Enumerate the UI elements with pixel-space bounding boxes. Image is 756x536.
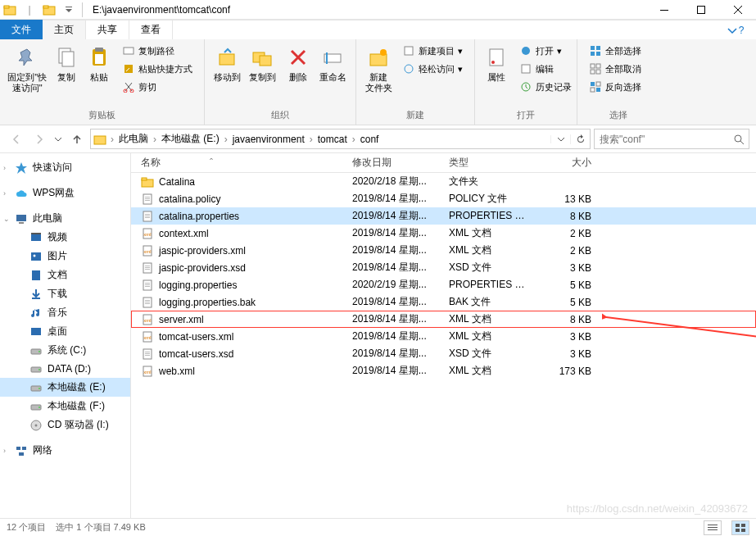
breadcrumb-item[interactable]: 此电脑 bbox=[115, 132, 152, 146]
delete-button[interactable]: 删除 bbox=[280, 43, 315, 84]
search-icon[interactable] bbox=[729, 134, 749, 145]
tab-share[interactable]: 共享 bbox=[86, 20, 129, 39]
breadcrumb-item[interactable]: 本地磁盘 (E:) bbox=[158, 132, 223, 146]
file-row[interactable]: jaspic-providers.xsd2019/8/14 星期...XSD 文… bbox=[131, 259, 756, 276]
tab-home[interactable]: 主页 bbox=[43, 20, 86, 39]
close-button[interactable] bbox=[719, 0, 756, 20]
nav-item[interactable]: 下载 bbox=[0, 284, 130, 303]
chevron-right-icon[interactable]: › bbox=[351, 134, 357, 145]
chevron-right-icon[interactable]: › bbox=[109, 134, 115, 145]
nav-item-label: 本地磁盘 (E:) bbox=[48, 380, 106, 394]
cut-icon bbox=[122, 80, 135, 93]
expand-icon[interactable]: ⌄ bbox=[3, 215, 10, 223]
column-size[interactable]: 大小 bbox=[536, 156, 598, 170]
refresh-button[interactable] bbox=[570, 134, 590, 144]
nav-item[interactable]: 视频 bbox=[0, 228, 130, 247]
minimize-button[interactable] bbox=[645, 0, 682, 20]
nav-item-label: 图片 bbox=[48, 249, 67, 263]
nav-item[interactable]: ›WPS网盘 bbox=[0, 184, 130, 202]
search-input[interactable] bbox=[595, 134, 729, 145]
column-type[interactable]: 类型 bbox=[442, 156, 536, 170]
nav-item[interactable]: 音乐 bbox=[0, 303, 130, 322]
tab-view[interactable]: 查看 bbox=[129, 20, 173, 39]
nav-item-label: WPS网盘 bbox=[33, 186, 75, 200]
forward-button[interactable] bbox=[29, 129, 49, 149]
chevron-right-icon[interactable]: › bbox=[223, 134, 229, 145]
file-row[interactable]: xmltomcat-users.xml2019/8/14 星期...XML 文档… bbox=[131, 328, 756, 345]
chevron-right-icon[interactable]: › bbox=[308, 134, 315, 145]
address-dropdown[interactable] bbox=[550, 135, 570, 143]
selection-info: 选中 1 个项目 7.49 KB bbox=[56, 521, 145, 534]
ribbon: 固定到"快 速访问" 复制 粘贴 复制路径 粘贴快捷方式 剪切 剪贴板 移动到 bbox=[0, 39, 756, 125]
file-row[interactable]: xmlserver.xml2019/8/14 星期...XML 文档8 KB bbox=[131, 311, 756, 328]
easy-access-icon bbox=[402, 62, 415, 75]
breadcrumb-item[interactable]: tomcat bbox=[315, 134, 351, 145]
paste-button[interactable]: 粘贴 bbox=[83, 43, 115, 84]
column-name[interactable]: 名称ˆ bbox=[131, 156, 346, 170]
properties-button[interactable]: 属性 bbox=[480, 43, 513, 84]
file-name: jaspic-providers.xsd bbox=[159, 262, 246, 274]
file-row[interactable]: xmljaspic-providers.xml2019/8/14 星期...XM… bbox=[131, 242, 756, 259]
maximize-button[interactable] bbox=[682, 0, 719, 20]
view-icons-button[interactable] bbox=[731, 520, 749, 535]
nav-item[interactable]: 文档 bbox=[0, 266, 130, 284]
view-details-button[interactable] bbox=[704, 520, 722, 535]
new-folder-button[interactable]: 新建 文件夹 bbox=[361, 43, 396, 95]
nav-item[interactable]: CD 驱动器 (I:) bbox=[0, 416, 130, 434]
nav-item[interactable]: ›网络 bbox=[0, 441, 130, 460]
up-button[interactable] bbox=[67, 129, 87, 149]
nav-item[interactable]: 桌面 bbox=[0, 322, 130, 341]
nav-item[interactable]: DATA (D:) bbox=[0, 360, 130, 378]
select-all-button[interactable]: 全部选择 bbox=[586, 43, 645, 59]
search-box[interactable] bbox=[594, 129, 749, 149]
easy-access-button[interactable]: 轻松访问 ▾ bbox=[399, 61, 466, 77]
chevron-right-icon[interactable]: › bbox=[152, 134, 158, 145]
file-row[interactable]: tomcat-users.xsd2019/8/14 星期...XSD 文件3 K… bbox=[131, 345, 756, 362]
invert-selection-button[interactable]: 反向选择 bbox=[586, 79, 645, 95]
pin-to-quick-access-button[interactable]: 固定到"快 速访问" bbox=[5, 43, 49, 95]
breadcrumb-item[interactable]: conf bbox=[357, 134, 383, 145]
edit-icon bbox=[519, 62, 532, 75]
tab-file[interactable]: 文件 bbox=[0, 20, 43, 39]
nav-item[interactable]: ›快速访问 bbox=[0, 158, 130, 177]
file-row[interactable]: xmlweb.xml2019/8/14 星期...XML 文档173 KB bbox=[131, 362, 756, 379]
file-row[interactable]: logging.properties2020/2/19 星期...PROPERT… bbox=[131, 276, 756, 293]
file-size: 3 KB bbox=[536, 331, 598, 343]
recent-dropdown[interactable] bbox=[52, 129, 64, 149]
file-row[interactable]: logging.properties.bak2019/8/14 星期...BAK… bbox=[131, 293, 756, 311]
expand-icon[interactable]: › bbox=[3, 189, 6, 198]
copy-button[interactable]: 复制 bbox=[49, 43, 82, 84]
file-size: 13 KB bbox=[536, 193, 598, 205]
open-button[interactable]: 打开 ▾ bbox=[516, 43, 575, 59]
cut-button[interactable]: 剪切 bbox=[119, 79, 196, 95]
address-box[interactable]: › 此电脑 › 本地磁盘 (E:) › javaenvironment › to… bbox=[90, 129, 591, 149]
file-row[interactable]: catalina.properties2019/8/14 星期...PROPER… bbox=[131, 207, 756, 225]
svg-rect-37 bbox=[596, 70, 600, 74]
nav-item[interactable]: ⌄此电脑 bbox=[0, 209, 130, 228]
edit-button[interactable]: 编辑 bbox=[516, 61, 575, 77]
file-row[interactable]: catalina.policy2019/8/14 星期...POLICY 文件1… bbox=[131, 190, 756, 207]
nav-item[interactable]: 图片 bbox=[0, 247, 130, 266]
qat-dropdown-icon[interactable] bbox=[62, 3, 75, 16]
expand-icon[interactable]: › bbox=[3, 164, 6, 172]
copy-path-button[interactable]: 复制路径 bbox=[119, 43, 196, 59]
nav-item[interactable]: 系统 (C:) bbox=[0, 341, 130, 360]
ribbon-collapse-button[interactable]: ? bbox=[715, 20, 756, 39]
nav-item[interactable]: 本地磁盘 (F:) bbox=[0, 397, 130, 416]
copy-to-button[interactable]: 复制到 bbox=[245, 43, 280, 84]
column-date[interactable]: 修改日期 bbox=[346, 156, 442, 170]
nav-item[interactable]: 本地磁盘 (E:) bbox=[0, 378, 130, 397]
select-none-button[interactable]: 全部取消 bbox=[586, 61, 645, 77]
copy-path-icon bbox=[122, 44, 135, 57]
paste-shortcut-button[interactable]: 粘贴快捷方式 bbox=[119, 61, 196, 77]
history-button[interactable]: 历史记录 bbox=[516, 79, 575, 95]
expand-icon[interactable]: › bbox=[3, 447, 6, 455]
new-item-button[interactable]: 新建项目 ▾ bbox=[399, 43, 466, 59]
file-row[interactable]: xmlcontext.xml2019/8/14 星期...XML 文档2 KB bbox=[131, 225, 756, 242]
rename-button[interactable]: 重命名 bbox=[315, 43, 351, 84]
svg-point-60 bbox=[38, 407, 40, 408]
breadcrumb-item[interactable]: javaenvironment bbox=[229, 134, 308, 145]
back-button[interactable] bbox=[7, 129, 26, 149]
file-row[interactable]: Catalina2020/2/18 星期...文件夹 bbox=[131, 173, 756, 190]
move-to-button[interactable]: 移动到 bbox=[210, 43, 245, 84]
